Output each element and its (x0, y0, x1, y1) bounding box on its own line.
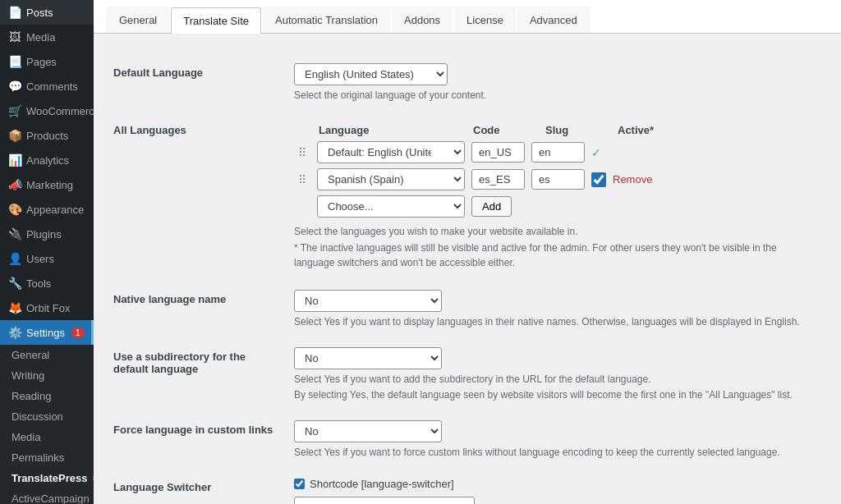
shortcode-checkbox[interactable] (294, 479, 305, 489)
settings-badge: 1 (71, 328, 85, 338)
lang-select-spanish[interactable]: Spanish (Spain) (317, 168, 465, 190)
tabs-bar: General Translate Site Automatic Transla… (94, 0, 841, 34)
submenu-item-reading[interactable]: Reading (0, 386, 94, 406)
tab-addons[interactable]: Addons (392, 7, 453, 33)
col-code-header: Code (473, 124, 539, 136)
language-switcher-label: Language Switcher (113, 478, 278, 493)
native-language-desc: Select Yes if you want to display langua… (294, 316, 813, 328)
default-language-desc: Select the original language of your con… (294, 89, 813, 101)
comments-icon: 💬 (8, 80, 21, 93)
submenu-item-translatepress[interactable]: TranslatePress 1 (0, 468, 94, 488)
language-switcher-body: Shortcode [language-switcher] Flags with… (294, 478, 813, 504)
translatepress-label: TranslatePress (11, 472, 88, 484)
sidebar-item-tools[interactable]: 🔧 Tools (0, 271, 94, 296)
main-content: General Translate Site Automatic Transla… (94, 0, 841, 504)
all-languages-section: All Languages Language Code Slug Active*… (113, 121, 813, 270)
default-language-section: Default Language English (United States)… (113, 63, 813, 101)
submenu-item-activecampaign[interactable]: ActiveCampaign (0, 488, 94, 504)
settings-content: Default Language English (United States)… (94, 34, 833, 504)
remove-spanish-link[interactable]: Remove (613, 173, 652, 186)
tab-automatic-translation[interactable]: Automatic Translation (263, 7, 390, 33)
choose-language-select[interactable]: Choose... (317, 195, 465, 218)
col-language-header: Language (319, 124, 466, 136)
subdirectory-select[interactable]: No Yes (294, 347, 442, 369)
submenu-item-discussion[interactable]: Discussion (0, 406, 94, 427)
default-language-body: English (United States) Select the origi… (294, 63, 813, 101)
drag-handle-2[interactable]: ⠿ (294, 173, 310, 186)
tab-license[interactable]: License (454, 7, 516, 33)
sidebar-label-products: Products (26, 130, 68, 142)
sidebar-item-media[interactable]: 🖼 Media (0, 25, 94, 49)
marketing-icon: 📣 (8, 178, 21, 191)
col-active-header: Active* (618, 124, 667, 136)
users-icon: 👤 (8, 252, 21, 265)
sidebar-label-marketing: Marketing (26, 179, 73, 191)
pages-icon: 📃 (8, 55, 21, 68)
tab-advanced[interactable]: Advanced (517, 7, 590, 33)
subdirectory-desc1: Select Yes if you want to add the subdir… (294, 373, 813, 385)
shortcode-checkbox-row: Shortcode [language-switcher] (294, 478, 813, 490)
all-languages-label: All Languages (113, 121, 278, 136)
analytics-icon: 📊 (8, 153, 21, 167)
all-languages-body: Language Code Slug Active* ⠿ Default: En… (294, 121, 813, 270)
sidebar-item-comments[interactable]: 💬 Comments (0, 74, 94, 99)
submenu-item-writing[interactable]: Writing (0, 365, 94, 386)
sidebar: 📄 Posts 🖼 Media 📃 Pages 💬 Comments 🛒 Woo… (0, 0, 94, 504)
sidebar-label-pages: Pages (26, 56, 57, 68)
force-language-select[interactable]: No Yes (294, 420, 442, 442)
sidebar-item-analytics[interactable]: 📊 Analytics (0, 148, 94, 172)
force-language-body: No Yes Select Yes if you want to force c… (294, 420, 813, 458)
woocommerce-icon: 🛒 (8, 104, 21, 117)
code-input-spanish[interactable] (471, 169, 525, 190)
lang-note-1: Select the languages you wish to make yo… (294, 224, 813, 239)
sidebar-item-users[interactable]: 👤 Users (0, 246, 94, 271)
lang-notes: Select the languages you wish to make yo… (294, 224, 813, 270)
submenu-item-permalinks[interactable]: Permalinks (0, 447, 94, 468)
slug-input-spanish[interactable] (531, 169, 585, 190)
sidebar-label-media: Media (26, 31, 55, 44)
submenu-item-general[interactable]: General (0, 345, 94, 365)
drag-handle-1[interactable]: ⠿ (294, 146, 310, 159)
sidebar-item-products[interactable]: 📦 Products (0, 123, 94, 148)
sidebar-label-users: Users (26, 253, 54, 265)
sidebar-label-appearance: Appearance (26, 204, 84, 216)
native-language-body: No Yes Select Yes if you want to display… (294, 290, 813, 328)
sidebar-item-plugins[interactable]: 🔌 Plugins (0, 222, 94, 246)
subdirectory-section: Use a subdirectory for the default langu… (113, 347, 813, 401)
slug-input-english[interactable] (531, 142, 585, 163)
native-language-select[interactable]: No Yes (294, 290, 442, 312)
flags-select-shortcode[interactable]: Flags with Full Language Names Flags wit… (294, 497, 475, 504)
sidebar-item-woocommerce[interactable]: 🛒 WooCommerce (0, 99, 94, 123)
add-language-row: Choose... Add (317, 195, 813, 218)
submenu-item-media[interactable]: Media (0, 427, 94, 447)
sidebar-item-pages[interactable]: 📃 Pages (0, 49, 94, 74)
posts-icon: 📄 (8, 6, 21, 19)
lang-select-english[interactable]: Default: English (United States) (317, 141, 465, 163)
sidebar-label-tools: Tools (26, 277, 51, 290)
sidebar-label-comments: Comments (26, 80, 78, 93)
sidebar-item-marketing[interactable]: 📣 Marketing (0, 172, 94, 197)
tab-translate-site[interactable]: Translate Site (171, 7, 261, 34)
lang-table-header: Language Code Slug Active* (294, 121, 813, 141)
lang-row-spanish: ⠿ Spanish (Spain) Remove (294, 168, 813, 190)
add-language-button[interactable]: Add (471, 196, 512, 217)
media-icon: 🖼 (8, 30, 21, 44)
plugins-icon: 🔌 (8, 227, 21, 241)
lang-note-2: * The inactive languages will still be v… (294, 241, 813, 270)
sidebar-label-orbit-fox: Orbit Fox (26, 302, 70, 314)
code-input-english[interactable] (471, 142, 525, 163)
native-language-section: Native language name No Yes Select Yes i… (113, 290, 813, 328)
settings-submenu: General Writing Reading Discussion Media… (0, 345, 94, 504)
sidebar-label-plugins: Plugins (26, 228, 62, 241)
sidebar-item-orbit-fox[interactable]: 🦊 Orbit Fox (0, 296, 94, 320)
sidebar-item-settings[interactable]: ⚙️ Settings 1 (0, 320, 94, 345)
tab-general[interactable]: General (107, 7, 169, 33)
sidebar-item-appearance[interactable]: 🎨 Appearance (0, 197, 94, 222)
tools-icon: 🔧 (8, 277, 21, 290)
active-checkbox-spanish[interactable] (591, 172, 606, 187)
subdirectory-body: No Yes Select Yes if you want to add the… (294, 347, 813, 401)
sidebar-item-posts[interactable]: 📄 Posts (0, 0, 94, 25)
products-icon: 📦 (8, 129, 21, 142)
subdirectory-desc2: By selecting Yes, the default language s… (294, 389, 813, 401)
default-language-select[interactable]: English (United States) (294, 63, 448, 85)
